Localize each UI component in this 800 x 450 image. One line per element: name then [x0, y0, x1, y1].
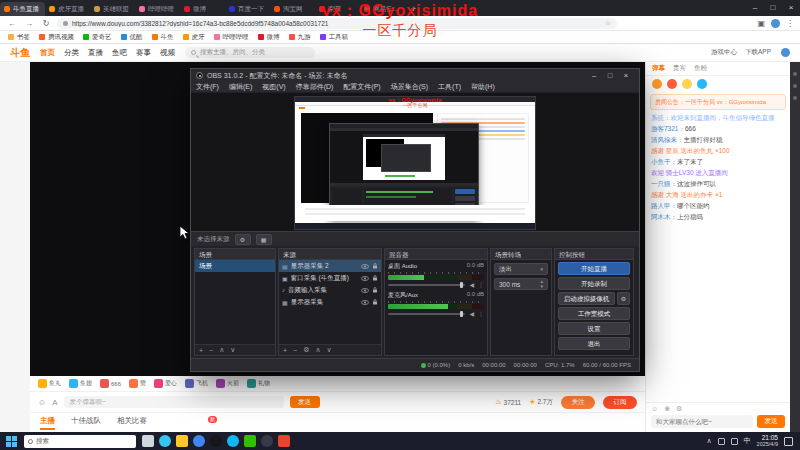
chat-username[interactable]: 清风徐来：: [651, 136, 684, 143]
activity-icon[interactable]: [697, 79, 707, 89]
obs-menu-item[interactable]: 工具(T): [433, 82, 466, 92]
preview-snap-icon[interactable]: ▦: [256, 234, 272, 245]
exit-button[interactable]: 退出: [558, 337, 630, 350]
taskbar-app-icon[interactable]: [210, 435, 222, 447]
source-up-icon[interactable]: ∧: [315, 346, 320, 354]
gift-item[interactable]: 666: [100, 379, 121, 388]
input-language[interactable]: 中: [744, 436, 751, 446]
chat-tab[interactable]: 弹幕: [652, 64, 665, 73]
spin-down-icon[interactable]: ▾: [540, 284, 543, 289]
chat-gift-icon[interactable]: ❀: [664, 405, 670, 413]
volume-icon[interactable]: [731, 438, 738, 445]
site-nav-item[interactable]: 直播: [88, 48, 103, 58]
virtual-camera-settings-icon[interactable]: ⚙: [617, 292, 630, 305]
transition-duration[interactable]: 300 ms ▴ ▾: [494, 278, 548, 290]
remove-source-icon[interactable]: −: [293, 347, 297, 354]
virtual-camera-button[interactable]: 启动虚拟摄像机: [558, 292, 615, 305]
site-search[interactable]: 搜索主播、房间、分类: [185, 47, 315, 58]
activity-icon[interactable]: [667, 79, 677, 89]
visibility-icon[interactable]: [361, 276, 369, 281]
source-item[interactable]: ▤ 显示器采集 2: [279, 260, 381, 272]
spinner-arrows[interactable]: ▴ ▾: [540, 279, 543, 289]
obs-menu-item[interactable]: 文件(F): [191, 82, 224, 92]
source-down-icon[interactable]: ∨: [327, 346, 332, 354]
rail-icon[interactable]: [793, 84, 797, 88]
room-tab[interactable]: 相关比赛: [117, 416, 147, 430]
obs-menu-item[interactable]: 配置文件(P): [338, 82, 385, 92]
obs-menu-item[interactable]: 编辑(E): [224, 82, 257, 92]
chat-send-button[interactable]: 发送: [757, 415, 785, 428]
room-tab[interactable]: 主播: [40, 416, 55, 430]
obs-titlebar[interactable]: OBS 31.0.2 - 配置文件: 未命名 - 场景: 未命名 – □ ×: [191, 69, 639, 82]
source-item[interactable]: ▣ 窗口采集 (斗鱼直播): [279, 272, 381, 284]
site-nav-item[interactable]: 首页: [40, 48, 55, 58]
gift-item[interactable]: 爱心: [154, 379, 177, 388]
volume-slider[interactable]: [388, 313, 465, 315]
add-source-icon[interactable]: +: [283, 347, 287, 354]
notification-center-icon[interactable]: [784, 437, 793, 446]
gift-item[interactable]: 火箭: [216, 379, 239, 388]
source-properties-icon[interactable]: ⚙: [303, 346, 309, 354]
source-item[interactable]: ♪ 音频输入采集: [279, 284, 381, 296]
lock-icon[interactable]: [372, 275, 378, 281]
speaker-icon[interactable]: ◀: [469, 310, 474, 317]
gift-item[interactable]: 鱼翅: [69, 379, 92, 388]
gift-item[interactable]: 赞: [129, 379, 146, 388]
activity-icon[interactable]: [682, 79, 692, 89]
lock-icon[interactable]: [372, 263, 378, 269]
transition-select[interactable]: 淡出 ▾: [494, 263, 548, 275]
obs-maximize-button[interactable]: □: [602, 69, 618, 82]
taskbar-search[interactable]: 搜索: [24, 435, 136, 448]
obs-menu-item[interactable]: 场景集合(S): [386, 82, 433, 92]
emoji-icon[interactable]: ☺: [38, 398, 46, 407]
obs-minimize-button[interactable]: –: [586, 69, 602, 82]
taskbar-app-icon[interactable]: [176, 435, 188, 447]
chat-settings-icon[interactable]: ⚙: [676, 405, 682, 413]
obs-close-button[interactable]: ×: [618, 69, 634, 82]
rail-icon[interactable]: [793, 72, 797, 76]
gift-item[interactable]: 鱼丸: [38, 379, 61, 388]
taskbar-app-icon[interactable]: [261, 435, 273, 447]
lock-icon[interactable]: [372, 299, 378, 305]
gift-item[interactable]: 飞机: [185, 379, 208, 388]
source-item[interactable]: ▦ 显示器采集: [279, 296, 381, 308]
visibility-icon[interactable]: [361, 300, 369, 305]
room-tab[interactable]: 十佳战队: [71, 416, 101, 430]
obs-menu-item[interactable]: 帮助(H): [466, 82, 500, 92]
speaker-icon[interactable]: ◀: [469, 281, 474, 288]
preview-settings-icon[interactable]: ⚙: [235, 234, 251, 245]
taskbar-clock[interactable]: 21:05 2025/4/9: [757, 434, 778, 448]
taskbar-app-icon[interactable]: [227, 435, 239, 447]
rail-icon[interactable]: [793, 96, 797, 100]
remove-scene-icon[interactable]: −: [209, 347, 213, 354]
network-icon[interactable]: [718, 438, 725, 445]
subscribe-button[interactable]: 订阅: [603, 396, 637, 409]
visibility-icon[interactable]: [361, 288, 369, 293]
start-recording-button[interactable]: 开始录制: [558, 277, 630, 290]
lock-icon[interactable]: [372, 287, 378, 293]
site-logo[interactable]: 斗鱼: [10, 46, 30, 60]
chat-username[interactable]: 阿木木：: [651, 213, 677, 220]
activity-icon[interactable]: [652, 79, 662, 89]
chat-username[interactable]: 小鱼干：: [651, 158, 677, 165]
danmu-send-button[interactable]: 发送: [290, 396, 320, 408]
obs-menu-item[interactable]: 视图(V): [257, 82, 290, 92]
start-streaming-button[interactable]: 开始直播: [558, 262, 630, 275]
volume-slider[interactable]: [388, 284, 465, 286]
taskbar-app-icon[interactable]: [193, 435, 205, 447]
obs-preview[interactable]: vx：GGyoxisimida 一区千分局: [191, 93, 639, 231]
gift-item[interactable]: 礼物: [247, 379, 270, 388]
visibility-icon[interactable]: [361, 264, 369, 269]
chat-tab[interactable]: 贵宾: [673, 64, 686, 73]
site-nav-item[interactable]: 视频: [160, 48, 175, 58]
channel-options-icon[interactable]: ⋮: [478, 281, 484, 288]
chat-username[interactable]: 一只猫：: [651, 180, 677, 187]
chat-username[interactable]: 游客7321：: [651, 125, 685, 132]
chat-input[interactable]: [651, 415, 753, 428]
tray-chevron-icon[interactable]: ∧: [706, 437, 711, 445]
danmu-input[interactable]: 发个弹幕呗~: [64, 396, 284, 408]
studio-mode-button[interactable]: 工作室模式: [558, 307, 630, 320]
settings-button[interactable]: 设置: [558, 322, 630, 335]
taskbar-app-icon[interactable]: [142, 435, 154, 447]
site-nav-item[interactable]: 赛事: [136, 48, 151, 58]
